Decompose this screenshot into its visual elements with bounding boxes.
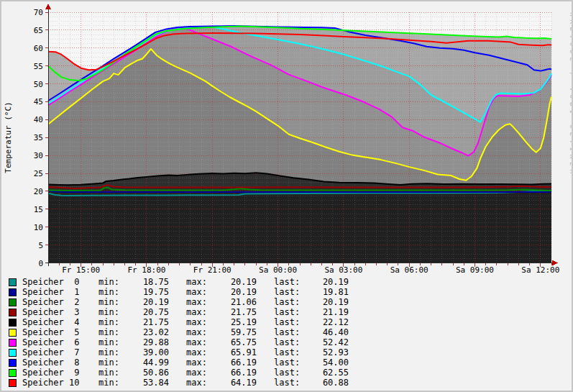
legend-row: Speicher 7min:39.00max:65.91last:52.93 [1, 347, 572, 357]
legend-max-label: max: [186, 347, 215, 357]
x-tick-label: Sa 09:00 [456, 265, 494, 275]
legend-series-name: Speicher 8 [22, 357, 98, 368]
legend-max-value: 20.19 [215, 287, 257, 297]
legend-max-value: 66.19 [215, 357, 257, 368]
legend-swatch [9, 359, 17, 367]
legend-swatch [9, 288, 17, 296]
legend-swatch [9, 309, 17, 316]
legend: Speicher 0min:18.75max:20.19last:20.19Sp… [1, 277, 572, 388]
legend-series-name: Speicher 5 [22, 327, 98, 337]
legend-max-value: 21.75 [215, 307, 257, 317]
legend-min-value: 29.88 [127, 337, 169, 347]
legend-series-name: Speicher 6 [22, 337, 98, 347]
legend-swatch [9, 278, 17, 286]
legend-max-label: max: [186, 287, 215, 297]
y-tick-label: 0 [38, 259, 43, 268]
legend-last-label: last: [274, 297, 307, 307]
legend-series-name: Speicher 3 [22, 307, 98, 317]
legend-last-value: 52.42 [307, 337, 349, 347]
legend-max-label: max: [186, 277, 215, 287]
y-axis-title: Temperatur (°C) [4, 101, 13, 173]
legend-series-name: Speicher 10 [22, 378, 98, 388]
y-tick-label: 25 [34, 169, 43, 178]
legend-min-label: min: [98, 347, 127, 357]
legend-last-value: 20.19 [307, 277, 349, 287]
y-tick-label: 40 [34, 115, 43, 124]
legend-min-value: 20.19 [127, 297, 169, 307]
legend-max-value: 65.91 [215, 347, 257, 357]
legend-min-value: 44.99 [127, 357, 169, 368]
legend-row: Speicher 3min:20.75max:21.75last:21.19 [1, 307, 572, 317]
y-tick-label: 60 [34, 44, 43, 53]
y-tick-label: 70 [34, 8, 43, 17]
legend-min-value: 20.75 [127, 307, 169, 317]
legend-last-label: last: [274, 368, 307, 378]
legend-max-label: max: [186, 337, 215, 347]
y-tick-label: 20 [34, 187, 43, 196]
legend-max-label: max: [186, 368, 215, 378]
x-tick-label: Fr 15:00 [62, 265, 100, 275]
legend-min-value: 19.75 [127, 287, 169, 297]
y-tick-label: 10 [34, 223, 43, 232]
legend-max-value: 65.75 [215, 337, 257, 347]
legend-swatch [9, 298, 17, 306]
legend-row: Speicher 1min:19.75max:20.19last:19.81 [1, 287, 572, 297]
legend-row: Speicher 5min:23.02max:59.75last:46.40 [1, 327, 572, 337]
legend-min-label: min: [98, 368, 127, 378]
legend-row: Speicher 10min:53.84max:64.19last:60.88 [1, 378, 572, 388]
legend-max-value: 25.19 [215, 317, 257, 327]
legend-row: Speicher 2min:20.19max:21.06last:20.19 [1, 297, 572, 307]
legend-series-name: Speicher 9 [22, 368, 98, 378]
legend-row: Speicher 0min:18.75max:20.19last:20.19 [1, 277, 572, 287]
legend-series-name: Speicher 0 [22, 277, 98, 287]
y-tick-label: 35 [34, 133, 43, 142]
legend-last-value: 60.88 [307, 378, 349, 388]
legend-last-label: last: [274, 307, 307, 317]
legend-min-value: 23.02 [127, 327, 169, 337]
temperature-chart: 0510152025303540455055606570Fr 15:00Fr 1… [1, 1, 573, 275]
y-tick-label: 55 [34, 62, 43, 71]
legend-last-label: last: [274, 337, 307, 347]
legend-min-label: min: [98, 327, 127, 337]
legend-min-value: 39.00 [127, 347, 169, 357]
legend-max-value: 64.19 [215, 378, 257, 388]
legend-max-value: 66.19 [215, 368, 257, 378]
legend-max-label: max: [186, 307, 215, 317]
x-tick-label: Sa 12:00 [521, 265, 559, 275]
legend-row: Speicher 9min:50.86max:66.19last:62.55 [1, 368, 572, 378]
legend-min-label: min: [98, 378, 127, 388]
legend-min-label: min: [98, 277, 127, 287]
y-tick-label: 45 [34, 97, 43, 106]
legend-max-value: 21.06 [215, 297, 257, 307]
legend-row: Speicher 6min:29.88max:65.75last:52.42 [1, 337, 572, 347]
legend-series-name: Speicher 4 [22, 317, 98, 327]
legend-min-value: 18.75 [127, 277, 169, 287]
legend-swatch [9, 369, 17, 377]
legend-last-value: 46.40 [307, 327, 349, 337]
legend-min-value: 21.75 [127, 317, 169, 327]
legend-last-value: 52.93 [307, 347, 349, 357]
legend-min-value: 53.84 [127, 378, 169, 388]
legend-last-value: 19.81 [307, 287, 349, 297]
legend-max-label: max: [186, 327, 215, 337]
y-tick-label: 15 [34, 205, 43, 214]
legend-max-label: max: [186, 317, 215, 327]
legend-row: Speicher 4min:21.75max:25.19last:22.12 [1, 317, 572, 327]
legend-swatch [9, 349, 17, 357]
legend-series-name: Speicher 2 [22, 297, 98, 307]
legend-max-value: 20.19 [215, 277, 257, 287]
legend-min-label: min: [98, 317, 127, 327]
legend-last-label: last: [274, 277, 307, 287]
y-tick-label: 50 [34, 80, 43, 89]
y-tick-label: 5 [38, 241, 43, 250]
y-tick-label: 65 [34, 26, 43, 35]
legend-min-label: min: [98, 307, 127, 317]
legend-min-value: 50.86 [127, 368, 169, 378]
legend-min-label: min: [98, 287, 127, 297]
legend-last-label: last: [274, 357, 307, 368]
legend-series-name: Speicher 7 [22, 347, 98, 357]
legend-max-label: max: [186, 297, 215, 307]
legend-last-value: 21.19 [307, 307, 349, 317]
legend-last-label: last: [274, 287, 307, 297]
legend-last-label: last: [274, 317, 307, 327]
